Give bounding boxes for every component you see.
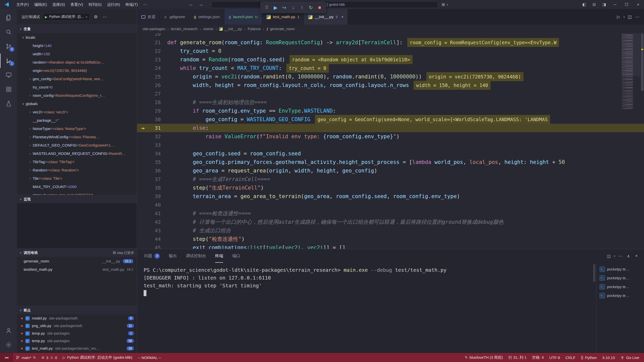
minimap-slider[interactable]: [621, 33, 640, 76]
menu-item-5[interactable]: 运行(R): [104, 0, 123, 9]
close-tab-icon[interactable]: ×: [341, 15, 343, 19]
code-line-22[interactable]: 22 try_count = 0: [137, 47, 644, 55]
code-line-42[interactable]: 42 # 计算每一个出口的中心，然后使用astar生成路径，确保每一个出口组合都…: [137, 218, 644, 226]
activity-accounts[interactable]: [0, 323, 17, 338]
activity-testing[interactable]: [0, 97, 17, 111]
panel-tab-调试控制台[interactable]: 调试控制台: [186, 249, 206, 263]
code-line-41[interactable]: 41 # ====检查连通性====: [137, 209, 644, 218]
code-line-35[interactable]: 35 geo_config.primary_forces.geothermal_…: [137, 158, 644, 166]
breadcrumb-item[interactable]: site-packages: [143, 27, 165, 31]
breakpoint-checkbox[interactable]: ✓: [25, 316, 30, 321]
variable-row[interactable]: › Tile = <class 'Tile'>: [17, 174, 137, 183]
code-line-45[interactable]: 45 exit_combinations:list[tuple[vec2i, v…: [137, 243, 644, 249]
code-line-27[interactable]: 27: [137, 89, 644, 98]
menu-item-1[interactable]: 编辑(E): [31, 0, 50, 9]
git-blame-status[interactable]: ✎ blueloveTH (3 周前): [462, 353, 506, 362]
terminal-scrollbar[interactable]: [593, 264, 595, 282]
menu-item-2[interactable]: 选择(S): [50, 0, 68, 9]
step-out-icon[interactable]: ↑: [298, 4, 306, 12]
breadcrumb-item[interactable]: __init__.py: [219, 27, 242, 31]
variable-row[interactable]: › PlanetaryWindConfig = <class 'Planeta…: [17, 133, 137, 141]
variable-row[interactable]: __package__ = '': [17, 116, 137, 124]
code-line-33[interactable]: 33: [137, 141, 644, 149]
breakpoint-row[interactable]: ● ✓ temp.py site-packages 1: [17, 330, 137, 337]
cursor-position-status[interactable]: 行 31, 列 1: [506, 353, 529, 362]
breakpoint-checkbox[interactable]: ✓: [25, 331, 30, 336]
panel-tab-端口[interactable]: 端口: [232, 249, 240, 263]
start-debug-icon[interactable]: ▶: [45, 15, 48, 19]
language-status[interactable]: {} Python: [578, 353, 599, 362]
breakpoint-row[interactable]: ● ✓ temp.py site-packages 58: [17, 337, 137, 345]
panel-tab-输出[interactable]: 输出: [169, 249, 177, 263]
breakpoint-checkbox[interactable]: ✓: [25, 346, 30, 351]
panel-tab-终端[interactable]: 终端: [215, 249, 223, 263]
variable-row[interactable]: step = <function step at 0x1bf8d716d…: [17, 191, 137, 195]
code-line-44[interactable]: 44 step("检查连通性"): [137, 235, 644, 243]
step-over-icon[interactable]: ↪: [280, 4, 289, 12]
variable-scope-locals[interactable]: ∨ locals: [17, 33, 137, 41]
variable-row[interactable]: › room_config = RoomRequestConfig(env_t…: [17, 91, 137, 100]
code-line-20[interactable]: 20: [137, 33, 644, 38]
code-line-26[interactable]: 26 width, height = room_config.layout.n_…: [137, 81, 644, 89]
activity-run-and-debug[interactable]: 1: [0, 54, 17, 68]
activity-source-control[interactable]: 3: [0, 39, 17, 54]
variable-scope-globals[interactable]: ∨ globals: [17, 100, 137, 108]
breadcrumb-item[interactable]: rooms: [203, 27, 213, 31]
code-line-29[interactable]: 29 if room_config.env_type == EnvType.WA…: [137, 107, 644, 115]
variable-row[interactable]: › WASTELAND_ROOM_REQUEST_CONFIG = RoomR…: [17, 149, 137, 158]
run-python-file-icon[interactable]: ▷: [615, 14, 622, 20]
restart-icon[interactable]: ↻: [307, 4, 315, 12]
code-line-23[interactable]: 23 random = Random(room_config.seed) ran…: [137, 55, 644, 64]
close-button[interactable]: ×: [632, 0, 644, 9]
customize-layout-button[interactable]: ⊞ ∨: [442, 0, 449, 9]
activity-explorer[interactable]: [0, 11, 17, 25]
menu-item-6[interactable]: 终端(T): [123, 0, 141, 9]
menu-item-3[interactable]: 查看(V): [68, 0, 86, 9]
terminal-list-item[interactable]: >_ pocketpy te…: [596, 265, 644, 274]
split-terminal-icon[interactable]: ◫: [605, 254, 613, 258]
menu-item-7[interactable]: ⋯: [141, 0, 150, 9]
minimize-button[interactable]: ─: [609, 0, 621, 9]
continue-icon[interactable]: ▶: [271, 4, 280, 12]
code-line-21[interactable]: 21 def generate_room(room_config: RoomRe…: [137, 38, 644, 47]
breadcrumb-item[interactable]: ƒgenerate_room: [266, 27, 295, 31]
variable-row[interactable]: try_count = 0: [17, 83, 137, 91]
code-line-24[interactable]: 24 while try_count < MAX_TRY_COUNT: try_…: [137, 64, 644, 72]
debug-settings-gear-icon[interactable]: ⚙: [93, 14, 99, 20]
breakpoint-row[interactable]: ● ✓ test_math.py site-packages\terrain_r…: [17, 345, 137, 352]
split-editor-icon[interactable]: ◫: [626, 14, 633, 20]
maximize-panel-icon[interactable]: ∧: [624, 254, 632, 258]
debug-config-dropdown[interactable]: ▶ Python 调试程序: 启... ∨: [43, 13, 90, 21]
terminal-list-item[interactable]: >_ pocketpy te…: [596, 291, 644, 300]
menu-item-4[interactable]: 转到(G): [86, 0, 104, 9]
terminal-list-item[interactable]: >_ pocketpy te…: [596, 282, 644, 291]
activity-remote-explorer[interactable]: [0, 68, 17, 82]
variable-row[interactable]: › NoiseType = <class 'NoiseType'>: [17, 124, 137, 133]
variable-row[interactable]: random = <Random object at 0x1bf9d01e…: [17, 58, 137, 66]
activity-search[interactable]: [0, 25, 17, 39]
encoding-status[interactable]: UTF-8: [547, 353, 563, 362]
eol-status[interactable]: CRLF: [563, 353, 578, 362]
editor-scrollbar[interactable]: [641, 33, 643, 91]
callstack-frame[interactable]: generate_room __init__.py 31:1: [17, 257, 137, 265]
panel-tab-问题[interactable]: 问题 3: [144, 249, 160, 263]
code-line-32[interactable]: 32 raise ValueError(f"Invalid env type: …: [137, 132, 644, 141]
remote-indicator[interactable]: ><: [0, 353, 13, 362]
more-actions-icon[interactable]: ⋯: [633, 14, 641, 20]
maximize-button[interactable]: ☐: [621, 0, 632, 9]
problems-status[interactable]: ⊘ 3 ⚠ 0: [39, 353, 60, 362]
toggle-panel-icon[interactable]: ⊟: [589, 2, 599, 7]
forward-icon[interactable]: →: [199, 2, 203, 7]
variable-row[interactable]: height = 140: [17, 41, 137, 50]
variable-row[interactable]: › TileTag = <class 'TileTag'>: [17, 158, 137, 166]
code-line-36[interactable]: 36 geo_area = request_area(origin, width…: [137, 166, 644, 175]
code-line-40[interactable]: 40: [137, 201, 644, 209]
tab-gdignore[interactable]: ≡ .gdignore: [160, 9, 189, 25]
more-actions-icon[interactable]: ⋯: [616, 254, 624, 258]
more-actions-icon[interactable]: ⋯: [102, 14, 108, 20]
tab-settings-json[interactable]: {} settings.json: [189, 9, 224, 25]
section-variables[interactable]: ∨ 变量: [17, 25, 137, 33]
toggle-sidebar-icon[interactable]: ◧: [579, 2, 589, 7]
section-watch[interactable]: ∨ 监视: [17, 195, 137, 203]
code-line-43[interactable]: 43 # 生成出口组合: [137, 226, 644, 235]
